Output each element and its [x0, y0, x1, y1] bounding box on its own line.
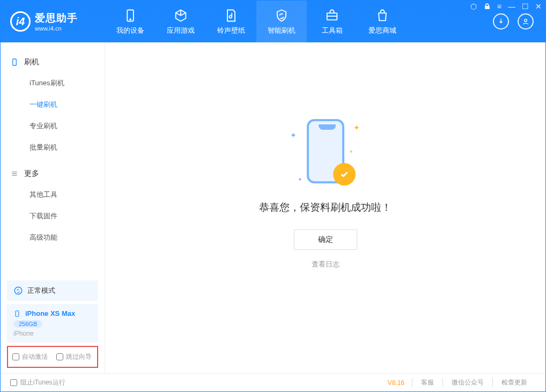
checkbox-block-itunes[interactable]: 阻止iTunes运行: [10, 378, 65, 387]
sync-icon: [13, 286, 23, 295]
checkbox-skip-guide[interactable]: 跳过向导: [56, 352, 92, 361]
sidebar-item-batch-flash[interactable]: 批量刷机: [1, 137, 105, 158]
checkbox-auto-activate[interactable]: 自动激活: [12, 352, 48, 361]
sparkle-icon: ✦: [349, 149, 353, 154]
download-icon: [497, 17, 505, 26]
user-icon: [521, 17, 530, 26]
sidebar-section-more: 更多: [1, 164, 105, 184]
toolbox-icon: [324, 8, 340, 23]
footer-link-wechat[interactable]: 微信公众号: [442, 378, 492, 387]
tab-smart-flash[interactable]: 智能刷机: [256, 1, 307, 42]
app-logo: i4 爱思助手 www.i4.cn: [1, 11, 105, 32]
tab-toolbox[interactable]: 工具箱: [307, 1, 357, 42]
tab-ringtones[interactable]: 铃声壁纸: [206, 1, 256, 42]
menu-icon[interactable]: ≡: [497, 2, 501, 11]
tab-apps[interactable]: 应用游戏: [156, 1, 206, 42]
svg-point-3: [525, 19, 527, 22]
success-message: 恭喜您，保资料刷机成功啦！: [259, 201, 392, 215]
top-tabs: 我的设备 应用游戏 铃声壁纸 智能刷机 工具箱 爱思商城: [105, 1, 408, 42]
sidebar: 刷机 iTunes刷机 一键刷机 专业刷机 批量刷机 更多 其他工具 下载固件 …: [1, 42, 105, 373]
maximize-button[interactable]: ☐: [522, 2, 529, 11]
tab-my-device[interactable]: 我的设备: [105, 1, 156, 42]
window-controls: ⬡ 🔒︎ ≡ — ☐ ✕: [470, 2, 542, 11]
app-url: www.i4.cn: [35, 25, 78, 32]
footer-link-support[interactable]: 客服: [412, 378, 442, 387]
device-type: iPhone: [13, 330, 92, 337]
lock-icon[interactable]: 🔒︎: [483, 2, 491, 11]
success-check-badge: [333, 163, 356, 186]
app-title: 爱思助手: [35, 11, 78, 25]
sidebar-item-other-tools[interactable]: 其他工具: [1, 184, 105, 205]
footer-links: 客服 微信公众号 检查更新: [412, 378, 536, 387]
device-mode-box[interactable]: 正常模式: [7, 280, 98, 301]
svg-point-1: [130, 19, 131, 20]
refresh-shield-icon: [274, 8, 289, 23]
header-actions: [493, 13, 534, 29]
mode-label: 正常模式: [27, 286, 55, 295]
account-button[interactable]: [518, 13, 534, 29]
device-storage: 256GB: [13, 320, 42, 328]
check-icon: [338, 168, 350, 180]
phone-icon: [123, 8, 138, 23]
sidebar-item-oneclick-flash[interactable]: 一键刷机: [1, 94, 105, 115]
sidebar-item-advanced[interactable]: 高级功能: [1, 227, 105, 248]
version-label: V8.16: [388, 379, 404, 387]
phone-outline-icon: [10, 58, 19, 66]
svg-point-5: [14, 287, 22, 294]
device-info-box[interactable]: iPhone XS Max 256GB iPhone: [7, 304, 98, 343]
ok-button[interactable]: 确定: [294, 230, 357, 250]
close-button[interactable]: ✕: [535, 2, 542, 11]
minimize-button[interactable]: —: [508, 2, 515, 11]
sparkle-icon: ✦: [290, 131, 297, 139]
sparkle-icon: ✦: [298, 176, 302, 182]
cube-icon: [173, 8, 188, 23]
sparkle-icon: ✦: [353, 123, 360, 132]
view-log-link[interactable]: 查看日志: [312, 260, 340, 269]
titlebar: i4 爱思助手 www.i4.cn 我的设备 应用游戏 铃声壁纸 智能刷机 工具…: [1, 1, 545, 42]
device-name: iPhone XS Max: [25, 309, 75, 317]
success-illustration: ✦ ✦ ✦ ✦: [293, 115, 358, 190]
bag-icon: [375, 8, 390, 23]
sidebar-section-flash: 刷机: [1, 52, 105, 72]
sidebar-item-pro-flash[interactable]: 专业刷机: [1, 115, 105, 137]
music-file-icon: [224, 8, 239, 23]
logo-icon: i4: [10, 11, 31, 32]
list-icon: [10, 169, 19, 178]
sidebar-item-firmware[interactable]: 下载固件: [1, 205, 105, 227]
device-phone-icon: [13, 310, 21, 317]
sidebar-item-itunes-flash[interactable]: iTunes刷机: [1, 72, 105, 94]
tab-store[interactable]: 爱思商城: [357, 1, 408, 42]
svg-rect-4: [13, 59, 17, 65]
download-button[interactable]: [493, 13, 509, 29]
svg-rect-6: [16, 310, 19, 316]
main-content: ✦ ✦ ✦ ✦ 恭喜您，保资料刷机成功啦！ 确定 查看日志: [105, 42, 545, 373]
footer: 阻止iTunes运行 V8.16 客服 微信公众号 检查更新: [1, 373, 545, 391]
flash-options-row: 自动激活 跳过向导: [7, 346, 98, 368]
shirt-icon[interactable]: ⬡: [470, 2, 477, 11]
footer-link-update[interactable]: 检查更新: [492, 378, 536, 387]
